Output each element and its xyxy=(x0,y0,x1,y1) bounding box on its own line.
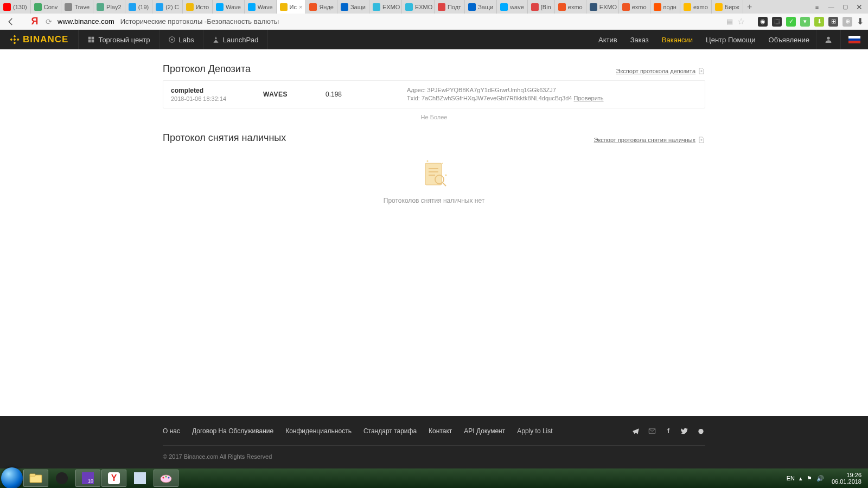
svg-rect-2 xyxy=(10,38,12,41)
export-deposit-link[interactable]: Экспорт протокола депозита xyxy=(616,67,705,75)
svg-point-6 xyxy=(171,38,173,41)
browser-tab[interactable]: Play2 xyxy=(93,0,125,14)
taskbar-app-icon[interactable] xyxy=(127,470,152,487)
browser-tab[interactable]: Ис× xyxy=(277,0,307,14)
start-button[interactable] xyxy=(1,467,23,488)
extension-icon[interactable]: ⬇ xyxy=(814,17,824,27)
site-header: BINANCE Торговый центрLabsLaunchPad Акти… xyxy=(0,30,868,49)
browser-menu-icon[interactable]: ≡ xyxy=(813,4,821,10)
twitter-icon[interactable] xyxy=(680,427,689,435)
yandex-logo-icon[interactable]: Я xyxy=(28,16,41,27)
facebook-icon[interactable]: f xyxy=(664,427,673,435)
url-display[interactable]: www.binance.com Исторические протоколы -… xyxy=(58,17,279,25)
no-more-label: Не Более xyxy=(163,114,705,120)
taskbar-paint-icon[interactable] xyxy=(154,470,178,487)
browser-tab[interactable]: EXMO xyxy=(586,0,619,14)
browser-tab[interactable]: Wave xyxy=(245,0,277,14)
footer-social: f xyxy=(631,427,705,435)
browser-tab[interactable]: Исто xyxy=(183,0,213,14)
back-button[interactable] xyxy=(4,15,17,28)
svg-point-23 xyxy=(165,476,167,478)
extension-icon[interactable]: ✓ xyxy=(786,17,796,27)
browser-tab[interactable]: Бирж xyxy=(712,0,743,14)
reader-mode-icon[interactable]: ▤ xyxy=(726,17,733,25)
browser-tab[interactable]: exmo xyxy=(555,0,586,14)
browser-tab[interactable]: exmo xyxy=(680,0,712,14)
address-bar: Я ⟳ www.binance.com Исторические протоко… xyxy=(0,14,868,30)
taskbar-app-icon[interactable]: 10 xyxy=(75,470,100,487)
window-minimize-icon[interactable]: — xyxy=(827,4,835,10)
reload-icon[interactable]: ⟳ xyxy=(46,17,52,26)
header-nav-item[interactable]: Объявление xyxy=(762,36,816,44)
browser-tab[interactable]: (2) C xyxy=(152,0,182,14)
footer-link[interactable]: Контакт xyxy=(429,427,452,435)
browser-tab[interactable]: Защи xyxy=(337,0,369,14)
tray-clock[interactable]: 19:26 06.01.2018 xyxy=(828,472,865,485)
deposit-section-title: Протокол Депозита xyxy=(163,63,251,75)
browser-tab[interactable]: (130) xyxy=(0,0,31,14)
header-nav-item[interactable]: Вакансии xyxy=(655,36,699,44)
svg-point-8 xyxy=(427,160,429,162)
browser-tab[interactable]: Trave xyxy=(61,0,93,14)
withdraw-empty-state: Протоколов снятия наличных нет xyxy=(163,158,705,204)
browser-tab[interactable]: подн xyxy=(650,0,680,14)
tray-flag-icon[interactable]: ⚑ xyxy=(807,475,812,482)
tray-lang[interactable]: EN xyxy=(787,475,795,481)
footer-link[interactable]: API Документ xyxy=(464,427,505,435)
taskbar-explorer-icon[interactable] xyxy=(23,470,48,487)
footer-link[interactable]: Договор На Обслуживание xyxy=(192,427,273,435)
bookmark-star-icon[interactable]: ☆ xyxy=(737,16,745,27)
binance-logo[interactable]: BINANCE xyxy=(0,30,79,49)
window-maximize-icon[interactable]: ▢ xyxy=(841,3,850,10)
window-close-icon[interactable]: ✕ xyxy=(855,3,864,11)
downloads-icon[interactable]: ⬇ xyxy=(857,16,864,27)
header-nav-item[interactable]: Центр Помощи xyxy=(699,36,762,44)
windows-taskbar: 10 Y EN ▴ ⚑ 🔊 19:26 06.01.2018 xyxy=(0,468,868,488)
browser-tab[interactable]: wave xyxy=(497,0,528,14)
browser-tab[interactable]: [Bin xyxy=(528,0,555,14)
export-withdraw-link[interactable]: Экспорт протокола снятия наличных xyxy=(594,136,705,144)
new-tab-button[interactable]: + xyxy=(743,2,756,12)
browser-tab[interactable]: Янде xyxy=(306,0,337,14)
extension-icon[interactable]: ⊞ xyxy=(828,17,838,27)
browser-tab[interactable]: EXMO xyxy=(402,0,435,14)
extension-icon[interactable]: ⊕ xyxy=(843,17,852,27)
tab-close-icon[interactable]: × xyxy=(299,4,302,10)
footer-link[interactable]: Стандарт тарифа xyxy=(363,427,417,435)
deposit-check-link[interactable]: Проверить xyxy=(574,95,604,101)
extension-icon[interactable]: ▾ xyxy=(800,17,810,27)
svg-rect-3 xyxy=(17,38,20,41)
extension-icon[interactable]: ◉ xyxy=(758,17,768,27)
telegram-icon[interactable] xyxy=(631,427,640,435)
browser-tab[interactable]: Wave xyxy=(213,0,245,14)
tray-volume-icon[interactable]: 🔊 xyxy=(816,475,824,482)
tray-arrow-icon[interactable]: ▴ xyxy=(799,475,802,482)
language-flag[interactable] xyxy=(840,30,868,49)
footer-link[interactable]: Конфиденциальность xyxy=(285,427,352,435)
site-footer: О насДоговор На ОбслуживаниеКонфиденциал… xyxy=(0,416,868,468)
header-nav-item[interactable]: Торговый центр xyxy=(79,30,159,49)
taskbar-app-icon[interactable] xyxy=(49,470,74,487)
header-nav-item[interactable]: Labs xyxy=(159,30,203,49)
header-nav-item[interactable]: LaunchPad xyxy=(203,30,268,49)
user-icon[interactable] xyxy=(816,30,840,49)
extension-icon[interactable]: ⬚ xyxy=(772,17,782,27)
browser-tab[interactable]: Подт xyxy=(435,0,465,14)
header-nav-item[interactable]: Заказ xyxy=(624,36,655,44)
footer-link[interactable]: Apply to List xyxy=(517,427,552,435)
footer-copyright: © 2017 Binance.com All Rights Reserved xyxy=(163,446,705,460)
brand-text: BINANCE xyxy=(23,34,68,45)
mail-icon[interactable] xyxy=(648,427,656,435)
svg-point-9 xyxy=(442,163,443,164)
browser-tab[interactable]: Conv xyxy=(31,0,62,14)
browser-tab[interactable]: (19) xyxy=(125,0,153,14)
footer-link[interactable]: О нас xyxy=(163,427,180,435)
reddit-icon[interactable] xyxy=(697,427,705,435)
svg-rect-1 xyxy=(14,42,16,44)
header-nav-item[interactable]: Актив xyxy=(592,36,624,44)
browser-tab[interactable]: Защи xyxy=(465,0,497,14)
browser-tab[interactable]: exmo xyxy=(619,0,650,14)
taskbar-yandex-icon[interactable]: Y xyxy=(101,470,126,487)
browser-tab[interactable]: EXMO xyxy=(369,0,402,14)
browser-menu-area: ≡ — ▢ ✕ xyxy=(808,3,868,11)
